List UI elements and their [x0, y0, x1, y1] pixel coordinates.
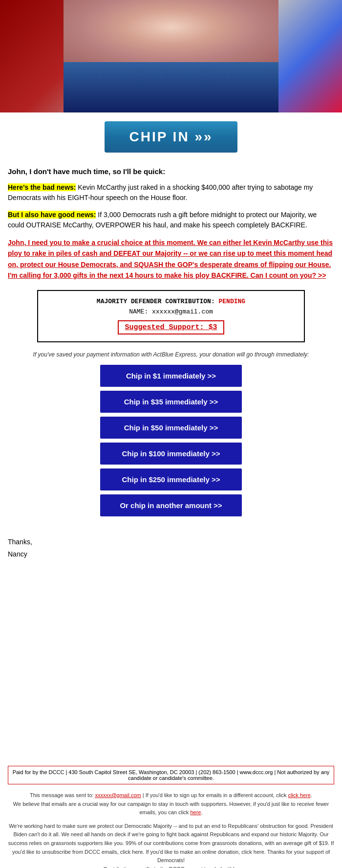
- name-line: Nancy: [8, 548, 334, 560]
- chip-in-container: CHIP IN »»: [0, 112, 342, 162]
- footer-contributions-note: Contributions or gifts to the DCCC are n…: [8, 865, 334, 868]
- thanks-line: Thanks,: [8, 536, 334, 548]
- svg-rect-3: [64, 31, 278, 45]
- believe-text: We believe that emails are a crucial way…: [13, 801, 329, 816]
- name-value: xxxxxx@gmail.com: [152, 308, 213, 315]
- svg-rect-4: [64, 47, 278, 61]
- svg-text:★ ★ ★ ★ ★ ★: ★ ★ ★ ★ ★ ★: [68, 5, 102, 11]
- hero-image: ★ ★ ★ ★ ★ ★ ★ ★ ★ ★ ★ ★ ★ ★ ★ ★ ★ ★ ★ ★ …: [0, 0, 342, 112]
- svg-text:★ ★ ★ ★ ★: ★ ★ ★ ★ ★: [68, 13, 96, 19]
- svg-point-19: [154, 16, 188, 55]
- svg-text:★ ★ ★ ★ ★ ★: ★ ★ ★ ★ ★ ★: [68, 52, 102, 58]
- signup-text: | If you'd like to sign up for emails in…: [143, 792, 287, 798]
- sent-to-email-link[interactable]: xxxxxx@gmail.com: [95, 792, 141, 798]
- suggested-support[interactable]: Suggested Support: $3: [118, 320, 224, 334]
- footer-legal-text: Paid for by the DCCC | 430 South Capitol…: [13, 769, 330, 781]
- sign-off: Thanks, Nancy: [0, 531, 342, 570]
- svg-point-16: [144, 12, 198, 76]
- svg-text:★ ★ ★ ★ ★: ★ ★ ★ ★ ★: [68, 45, 96, 50]
- bad-news-label: Here's the bad news:: [8, 183, 76, 191]
- svg-point-18: [150, 4, 192, 35]
- footer-messages: This message was sent to: xxxxxx@gmail.c…: [0, 788, 342, 820]
- bad-news-block: Here's the bad news: Kevin McCarthy just…: [8, 182, 334, 203]
- contribution-pending: PENDING: [219, 298, 246, 305]
- contribution-name: NAME: xxxxxx@gmail.com: [43, 308, 299, 315]
- contribution-box: MAJORITY DEFENDER CONTRIBUTION: PENDING …: [37, 290, 305, 342]
- footer-legal-box: Paid for by the DCCC | 430 South Capitol…: [8, 766, 334, 784]
- opening-line: John, I don't have much time, so I'll be…: [8, 167, 334, 176]
- svg-point-21: [174, 33, 179, 37]
- svg-rect-6: [64, 78, 278, 92]
- name-label: NAME:: [129, 308, 148, 315]
- svg-rect-8: [64, 0, 150, 63]
- footer-working-text: We're working hard to make sure we prote…: [8, 822, 334, 865]
- fewer-emails-link[interactable]: here: [190, 809, 201, 815]
- actblue-note: If you've saved your payment information…: [8, 350, 334, 359]
- content-area: John, I don't have much time, so I'll be…: [0, 162, 342, 531]
- donate-250-button[interactable]: Chip in $250 immediately >>: [100, 468, 242, 490]
- donate-other-button[interactable]: Or chip in another amount >>: [100, 494, 242, 516]
- red-cta: John, I need you to make a crucial choic…: [8, 237, 334, 281]
- svg-rect-1: [64, 0, 278, 14]
- hero-photo: ★ ★ ★ ★ ★ ★ ★ ★ ★ ★ ★ ★ ★ ★ ★ ★ ★ ★ ★ ★ …: [64, 0, 278, 112]
- sent-to-prefix: This message was sent to:: [30, 792, 93, 798]
- svg-text:★ ★ ★ ★ ★ ★: ★ ★ ★ ★ ★ ★: [68, 37, 102, 42]
- svg-rect-0: [64, 0, 278, 112]
- svg-rect-2: [64, 16, 278, 29]
- contribution-header: MAJORITY DEFENDER CONTRIBUTION: PENDING: [43, 298, 299, 305]
- footer-believe-text: We believe that emails are a crucial way…: [8, 800, 334, 817]
- good-news-label: But I also have good news:: [8, 211, 96, 219]
- signup-link[interactable]: click here: [288, 792, 310, 798]
- svg-text:★ ★ ★ ★ ★ ★: ★ ★ ★ ★ ★ ★: [68, 21, 102, 26]
- donate-50-button[interactable]: Chip in $50 immediately >>: [100, 417, 242, 439]
- contribution-header-text: MAJORITY DEFENDER CONTRIBUTION:: [97, 298, 215, 305]
- donate-100-button[interactable]: Chip in $100 immediately >>: [100, 443, 242, 465]
- good-news-block: But I also have good news: If 3,000 Demo…: [8, 210, 334, 230]
- svg-rect-7: [64, 94, 278, 108]
- svg-text:★ ★ ★ ★ ★: ★ ★ ★ ★ ★: [68, 29, 96, 34]
- svg-rect-5: [64, 63, 278, 76]
- chip-in-header-button[interactable]: CHIP IN »»: [105, 121, 237, 153]
- donate-1-button[interactable]: Chip in $1 immediately >>: [100, 365, 242, 387]
- donate-35-button[interactable]: Chip in $35 immediately >>: [100, 391, 242, 413]
- svg-point-17: [150, 5, 192, 54]
- footer-sent-to: This message was sent to: xxxxxx@gmail.c…: [8, 791, 334, 800]
- footer-bottom-text: We're working hard to make sure we prote…: [0, 820, 342, 868]
- donation-buttons: Chip in $1 immediately >> Chip in $35 im…: [8, 365, 334, 516]
- svg-point-20: [163, 33, 168, 37]
